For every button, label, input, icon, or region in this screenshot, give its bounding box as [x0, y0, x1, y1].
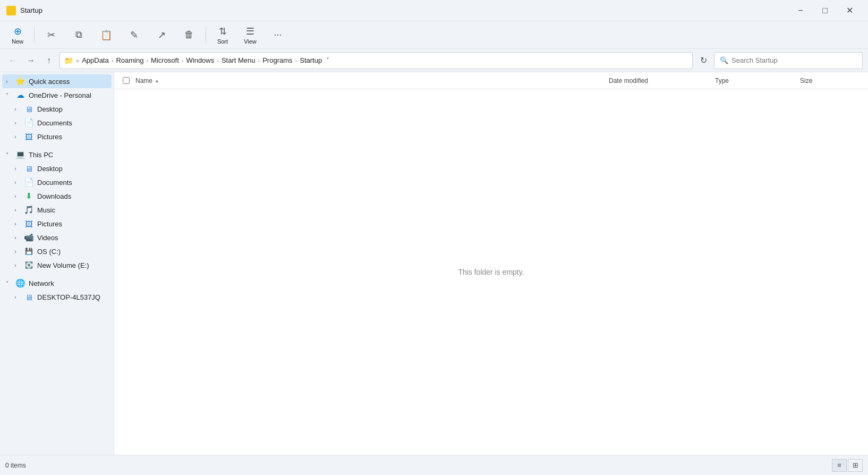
- sidebar-item-os-c[interactable]: › 💾 OS (C:): [2, 244, 112, 258]
- more-button[interactable]: ···: [265, 23, 291, 47]
- network-expand: ˅: [2, 281, 12, 286]
- this-pc-icon: 💻: [15, 150, 25, 159]
- breadcrumb-windows[interactable]: Windows: [186, 56, 215, 64]
- checkbox-all[interactable]: [123, 77, 130, 84]
- onedrive-icon: ☁: [15, 90, 25, 100]
- new-label: New: [12, 38, 23, 45]
- app-icon: [6, 6, 16, 15]
- pics-od-icon: 🖼: [23, 132, 34, 141]
- rename-icon: ✎: [130, 29, 138, 41]
- music-expand: ›: [11, 207, 20, 213]
- share-icon: ↗: [158, 29, 166, 41]
- sidebar-item-desktop-onedrive[interactable]: › 🖥 Desktop: [2, 102, 112, 116]
- sort-button[interactable]: ⇅ Sort: [209, 23, 236, 47]
- breadcrumb-appdata[interactable]: AppData: [82, 56, 109, 64]
- sidebar-item-new-volume[interactable]: › 💽 New Volume (E:): [2, 258, 112, 272]
- sidebar-item-downloads[interactable]: › ⬇ Downloads: [2, 189, 112, 203]
- cut-button[interactable]: ✂: [38, 23, 64, 47]
- sidebar-label-this-pc: This PC: [29, 151, 53, 159]
- breadcrumb-roaming[interactable]: Roaming: [116, 56, 143, 64]
- sidebar-label-desktop-od: Desktop: [37, 105, 63, 113]
- col-size-header[interactable]: Size: [800, 77, 864, 84]
- search-icon: 🔍: [720, 56, 728, 64]
- sidebar-label-os-c: OS (C:): [37, 248, 61, 256]
- window-title: Startup: [20, 6, 42, 14]
- search-input[interactable]: [731, 56, 857, 64]
- sidebar: › ⭐ Quick access ˅ ☁ OneDrive - Personal…: [0, 72, 114, 455]
- quick-access-icon: ⭐: [15, 77, 25, 86]
- delete-icon: 🗑: [184, 29, 194, 40]
- sidebar-item-pictures-onedrive[interactable]: › 🖼 Pictures: [2, 130, 112, 143]
- docs-pc-expand: ›: [11, 180, 20, 185]
- status-bar: 0 items ≡ ⊞: [0, 455, 868, 475]
- sidebar-item-music[interactable]: › 🎵 Music: [2, 203, 112, 217]
- new-icon: ⊕: [14, 26, 22, 37]
- close-button[interactable]: ✕: [837, 0, 862, 21]
- downloads-icon: ⬇: [23, 191, 34, 201]
- sidebar-label-pics-pc: Pictures: [37, 220, 62, 228]
- search-box[interactable]: 🔍: [714, 52, 863, 69]
- sidebar-label-onedrive: OneDrive - Personal: [29, 91, 91, 99]
- forward-button[interactable]: →: [23, 53, 38, 68]
- col-date-header[interactable]: Date modified: [609, 77, 715, 84]
- detail-view-button[interactable]: ⊞: [848, 459, 863, 472]
- desktop-pc-icon: 🖥: [23, 164, 34, 173]
- copy-button[interactable]: ⧉: [65, 23, 92, 47]
- list-view-button[interactable]: ≡: [832, 459, 847, 472]
- sidebar-item-desktop-computer[interactable]: › 🖥 DESKTOP-4L537JQ: [2, 290, 112, 304]
- os-c-expand: ›: [11, 249, 20, 255]
- sidebar-item-onedrive[interactable]: ˅ ☁ OneDrive - Personal: [2, 88, 112, 102]
- title-bar: Startup − □ ✕: [0, 0, 868, 21]
- up-button[interactable]: ↑: [41, 53, 56, 68]
- col-name-header[interactable]: Name ▲: [133, 77, 609, 84]
- view-button[interactable]: ☰ View: [237, 23, 263, 47]
- desktop-pc-expand: ›: [11, 166, 20, 172]
- expand-icon: ›: [2, 79, 12, 84]
- videos-expand: ›: [11, 235, 20, 241]
- breadcrumb-microsoft[interactable]: Microsoft: [151, 56, 179, 64]
- new-button[interactable]: ⊕ New: [4, 23, 31, 47]
- col-size-label: Size: [800, 77, 812, 84]
- breadcrumb[interactable]: 📁 « AppData › Roaming › Microsoft › Wind…: [59, 52, 693, 69]
- refresh-button[interactable]: ↻: [696, 53, 711, 68]
- sidebar-label-network: Network: [29, 279, 54, 287]
- more-icon: ···: [274, 29, 282, 40]
- sidebar-item-this-pc[interactable]: ˅ 💻 This PC: [2, 148, 112, 162]
- sort-label: Sort: [217, 38, 228, 45]
- sidebar-label-docs-pc: Documents: [37, 179, 72, 186]
- view-icon: ☰: [246, 26, 254, 37]
- breadcrumb-startup[interactable]: Startup: [300, 56, 322, 64]
- minimize-button[interactable]: −: [788, 0, 813, 21]
- sidebar-item-documents-pc[interactable]: › 📄 Documents: [2, 175, 112, 189]
- sidebar-label-desktop-pc: Desktop: [37, 165, 63, 173]
- spacer-1: [0, 143, 114, 148]
- share-button[interactable]: ↗: [148, 23, 175, 47]
- sidebar-label-videos: Videos: [37, 234, 58, 242]
- pics-pc-expand: ›: [11, 221, 20, 227]
- maximize-button[interactable]: □: [813, 0, 837, 21]
- sidebar-item-pictures-pc[interactable]: › 🖼 Pictures: [2, 217, 112, 231]
- sidebar-item-network[interactable]: ˅ 🌐 Network: [2, 276, 112, 290]
- pics-pc-icon: 🖼: [23, 219, 34, 228]
- sidebar-item-quick-access[interactable]: › ⭐ Quick access: [2, 74, 112, 88]
- sidebar-item-desktop-pc[interactable]: › 🖥 Desktop: [2, 162, 112, 175]
- sidebar-item-videos[interactable]: › 📹 Videos: [2, 231, 112, 244]
- sort-arrow-icon: ▲: [155, 78, 159, 83]
- col-type-header[interactable]: Type: [715, 77, 800, 84]
- downloads-expand: ›: [11, 193, 20, 199]
- sort-icon: ⇅: [219, 26, 227, 37]
- cut-icon: ✂: [47, 29, 55, 41]
- sidebar-label-desktop-computer: DESKTOP-4L537JQ: [37, 293, 100, 301]
- sidebar-item-documents-onedrive[interactable]: › 📄 Documents: [2, 116, 112, 130]
- back-button[interactable]: ←: [5, 53, 20, 68]
- delete-button[interactable]: 🗑: [176, 23, 202, 47]
- breadcrumb-programs[interactable]: Programs: [262, 56, 292, 64]
- breadcrumb-startmenu[interactable]: Start Menu: [222, 56, 256, 64]
- paste-button[interactable]: 📋: [93, 23, 120, 47]
- desktop-od-icon: 🖥: [23, 105, 34, 114]
- rename-button[interactable]: ✎: [121, 23, 147, 47]
- sidebar-label-music: Music: [37, 206, 55, 214]
- select-all-checkbox[interactable]: [118, 77, 133, 84]
- breadcrumb-dropdown-button[interactable]: ˅: [326, 57, 329, 64]
- sidebar-label-downloads: Downloads: [37, 192, 71, 200]
